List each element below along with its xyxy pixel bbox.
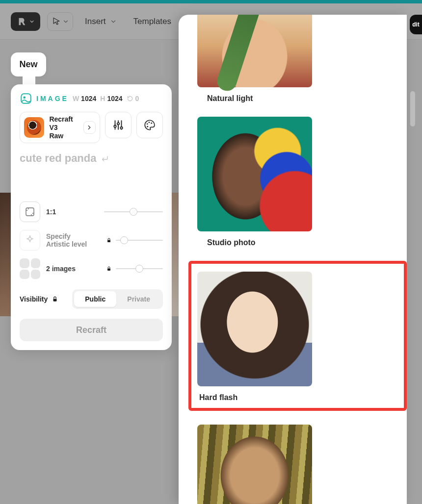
artistic-label-line2: Artistic level — [46, 240, 87, 249]
aspect-ratio-label: 1:1 — [46, 208, 56, 216]
artistic-level-row: Specify Artistic level — [20, 229, 163, 251]
lock-icon — [106, 237, 112, 243]
generate-button[interactable]: Recraft — [20, 319, 163, 341]
height-value: 1024 — [107, 95, 122, 102]
svg-point-2 — [114, 126, 116, 127]
sliders-icon — [112, 119, 125, 131]
visibility-row: Visibility Public Private — [20, 289, 163, 309]
svg-rect-12 — [53, 299, 57, 302]
style-thumbnail — [197, 425, 312, 504]
image-count-label: 2 images — [46, 265, 76, 273]
height-letter: H — [100, 95, 105, 102]
window-accent-bar — [0, 0, 422, 3]
style-thumbnail — [197, 272, 312, 386]
style-card-hard-flash[interactable]: Hard flash — [188, 261, 407, 411]
style-card-motion-blur[interactable] — [197, 425, 407, 504]
svg-rect-10 — [107, 240, 110, 243]
sparkle-icon — [24, 234, 36, 246]
slider-knob[interactable] — [130, 208, 137, 216]
aspect-ratio-icon — [24, 206, 36, 218]
svg-point-6 — [149, 122, 150, 123]
style-thumbnail — [197, 117, 312, 231]
svg-point-3 — [117, 123, 119, 125]
model-row: Recraft V3 Raw — [20, 112, 163, 143]
tile-icon — [20, 270, 29, 279]
aspect-ratio-slider[interactable] — [104, 211, 163, 212]
style-card-studio-photo[interactable]: Studio photo — [197, 117, 407, 247]
visibility-label: Visibility — [20, 295, 48, 303]
generation-panel: IMAGE W 1024 H 1024 0 Recraft V3 Raw — [11, 84, 172, 350]
visibility-toggle: Public Private — [72, 289, 163, 309]
style-gallery-panel: Natural light Studio photo Hard flash — [179, 15, 407, 504]
model-expand-button[interactable] — [83, 121, 96, 134]
visibility-public-button[interactable]: Public — [74, 291, 116, 307]
slider-knob[interactable] — [135, 265, 143, 273]
slider-knob[interactable] — [120, 236, 128, 244]
svg-rect-9 — [26, 208, 34, 216]
width-value: 1024 — [81, 95, 96, 102]
visibility-public-label: Public — [85, 295, 106, 303]
artistic-level-slider[interactable] — [116, 240, 163, 241]
artistic-label-line1: Specify — [46, 232, 87, 241]
image-count-slider[interactable] — [116, 268, 163, 269]
aspect-ratio-button[interactable] — [20, 202, 40, 222]
model-selector[interactable]: Recraft V3 Raw — [20, 112, 100, 143]
image-mode-icon — [20, 92, 32, 105]
prompt-input[interactable]: cute red panda — [20, 150, 163, 194]
rotation-value: 0 — [135, 95, 139, 102]
tile-icon — [20, 258, 29, 268]
svg-point-1 — [23, 96, 26, 99]
advanced-settings-button[interactable] — [105, 112, 132, 138]
lock-icon — [52, 296, 58, 302]
new-project-tab[interactable]: New — [11, 52, 46, 76]
color-palette-button[interactable] — [136, 112, 163, 138]
scrollbar-thumb[interactable] — [410, 91, 415, 126]
svg-point-8 — [147, 126, 148, 127]
edge-action-pill[interactable]: dit — [410, 15, 422, 34]
svg-point-4 — [121, 127, 123, 129]
artistic-level-button[interactable] — [20, 230, 40, 251]
visibility-private-button[interactable]: Private — [116, 291, 161, 307]
output-spec-row: IMAGE W 1024 H 1024 0 — [20, 92, 163, 105]
width-letter: W — [73, 95, 79, 102]
svg-point-7 — [151, 123, 152, 124]
height-field[interactable]: H 1024 — [100, 95, 122, 102]
style-label: Hard flash — [197, 393, 398, 402]
model-name: Recraft V3 Raw — [49, 115, 73, 140]
aspect-ratio-row: 1:1 — [20, 201, 163, 223]
rotate-icon — [127, 95, 133, 102]
style-label: Studio photo — [197, 238, 407, 247]
image-count-button[interactable] — [20, 258, 40, 279]
generate-button-label: Recraft — [76, 325, 106, 335]
svg-point-5 — [147, 123, 148, 125]
image-mode-label: IMAGE — [36, 95, 69, 102]
chevron-right-icon — [86, 124, 93, 131]
image-count-row: 2 images — [20, 258, 163, 279]
gallery-scrollbar[interactable] — [410, 91, 415, 493]
palette-icon — [143, 119, 156, 131]
svg-rect-11 — [107, 269, 110, 271]
width-field[interactable]: W 1024 — [73, 95, 96, 102]
style-card-natural-light[interactable]: Natural light — [197, 15, 407, 103]
enter-icon — [100, 154, 109, 163]
model-thumbnail — [24, 117, 44, 138]
model-name-line2: V3 Raw — [49, 124, 73, 140]
tile-icon — [31, 258, 41, 268]
prompt-placeholder: cute red panda — [20, 152, 96, 165]
tile-icon — [31, 270, 41, 279]
visibility-private-label: Private — [127, 295, 150, 303]
edge-action-label: dit — [412, 21, 420, 28]
style-label: Natural light — [197, 94, 407, 103]
rotation-field[interactable]: 0 — [127, 95, 139, 102]
lock-icon — [106, 266, 112, 272]
model-name-line1: Recraft — [49, 115, 73, 124]
style-thumbnail — [197, 15, 312, 87]
new-project-label: New — [19, 59, 37, 70]
